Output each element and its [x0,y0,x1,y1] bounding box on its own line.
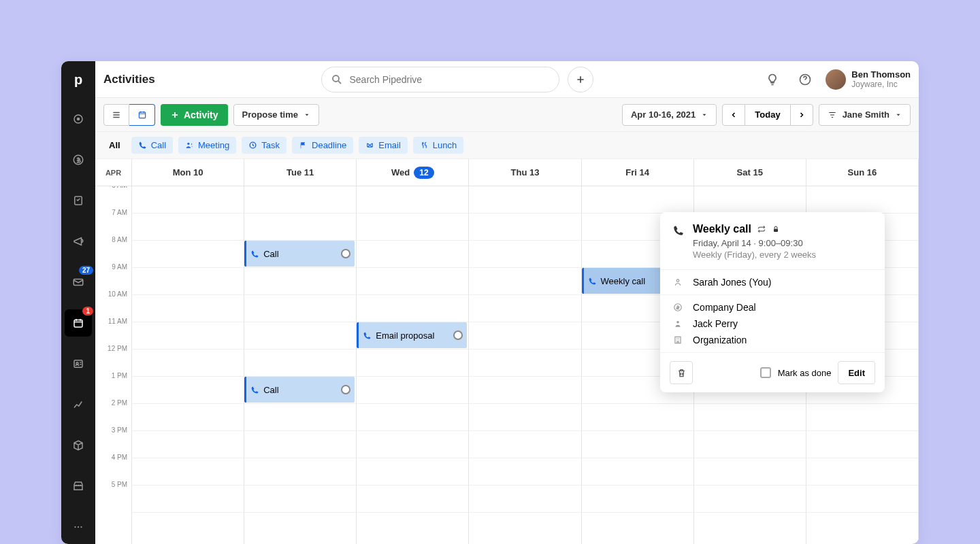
time-label: 2 PM [112,399,127,407]
owner-filter-button[interactable]: Jane Smith [819,104,911,126]
nav-contacts[interactable] [65,350,92,377]
help-icon[interactable] [793,67,817,92]
time-column: 6 AM7 AM8 AM9 AM10 AM11 AM12 PM1 PM2 PM3… [95,186,132,544]
edit-button[interactable]: Edit [838,361,875,384]
page-title: Activities [103,73,155,86]
nav-marketplace[interactable] [65,473,92,500]
time-label: 7 AM [112,209,127,216]
contact-icon [672,319,683,328]
event-popover: Weekly call Friday, April 14 · 9:00–09:3… [660,212,885,392]
time-label: 6 AM [112,186,127,189]
app-window: p 27 1 Activities [61,61,919,544]
lightbulb-icon[interactable] [760,67,785,92]
svg-point-11 [333,75,339,82]
day-header: Thu 13 [469,159,581,186]
add-button[interactable] [568,67,593,92]
day-header: Tue 11 [244,159,357,186]
svg-rect-13 [139,112,145,118]
time-label: 12 PM [108,345,127,352]
svg-point-10 [80,526,82,528]
popover-deal[interactable]: Company Deal [693,302,756,313]
user-org: Joyware, Inc [851,80,911,89]
day-header: Fri 14 [582,159,694,186]
svg-point-17 [676,279,679,282]
today-button[interactable]: Today [745,104,789,126]
nav-more[interactable] [65,513,92,541]
nav-projects[interactable] [65,187,92,214]
popover-org[interactable]: Organization [693,335,747,345]
logo: p [74,72,82,88]
nav-products[interactable] [65,432,92,459]
filter-all[interactable]: All [103,137,126,153]
filter-deadline[interactable]: Deadline [292,137,353,154]
month-label: APR [95,159,132,186]
prev-week-button[interactable] [722,104,745,126]
svg-point-8 [74,526,76,528]
day-column: Email proposal [357,186,469,544]
svg-rect-16 [774,229,778,233]
time-label: 10 AM [108,290,127,298]
calendar-view-button[interactable] [129,104,155,126]
popover-owner: Sarah Jones (You) [693,277,771,288]
popover-time: Friday, April 14 · 9:00–09:30 [693,238,816,248]
date-range-button[interactable]: Apr 10-16, 2021 [622,104,717,126]
day-header: Wed12 [357,159,469,186]
day-header: Sat 15 [694,159,806,186]
recurrence-icon [757,224,766,234]
date-nav: Today [722,104,813,126]
left-sidebar: p 27 1 [61,61,95,544]
time-label: 3 PM [112,426,127,434]
event-call[interactable]: Call [244,241,355,267]
nav-insights[interactable] [65,391,92,418]
mark-done-checkbox[interactable] [760,367,771,378]
nav-leads[interactable] [65,105,92,133]
svg-point-9 [78,526,79,528]
activity-badge: 1 [82,307,93,316]
next-week-button[interactable] [790,104,813,126]
day-header: Sun 16 [806,159,919,186]
avatar [826,69,846,90]
filter-task[interactable]: Task [242,137,287,154]
nav-deals[interactable] [65,146,92,173]
event-call[interactable]: Call [244,377,355,403]
search-input[interactable] [321,67,559,92]
list-view-button[interactable] [103,104,129,126]
day-column [132,186,244,544]
time-label: 5 PM [112,481,127,488]
time-label: 4 PM [112,454,127,461]
mark-done-label: Mark as done [778,368,832,378]
deal-icon [672,303,683,312]
user-menu[interactable]: Ben Thomson Joyware, Inc [826,69,911,90]
filter-call[interactable]: Call [131,137,173,154]
event-email-proposal[interactable]: Email proposal [357,322,467,348]
org-icon [672,335,683,345]
nav-mail[interactable]: 27 [65,269,92,296]
day-header: Mon 10 [132,159,244,186]
propose-time-button[interactable]: Propose time [233,104,319,126]
calendar-body: 6 AM7 AM8 AM9 AM10 AM11 AM12 PM1 PM2 PM3… [95,186,919,544]
popover-contact[interactable]: Jack Perry [693,318,738,329]
delete-button[interactable] [670,361,693,384]
nav-activities[interactable]: 1 [65,309,92,337]
day-header-row: APR Mon 10Tue 11Wed12Thu 13Fri 14Sat 15S… [95,159,919,186]
svg-point-7 [76,362,78,364]
search [321,67,559,92]
main: Activities Ben Thomson Joyware, Inc [95,61,919,544]
time-label: 8 AM [112,236,127,243]
filter-email[interactable]: Email [359,137,408,154]
person-icon [672,277,683,287]
call-icon [672,224,685,260]
day-column [469,186,581,544]
lock-icon [772,225,780,233]
filter-meeting[interactable]: Meeting [178,137,236,154]
search-icon [331,73,343,86]
time-label: 1 PM [112,372,127,379]
add-activity-button[interactable]: Activity [161,104,228,126]
svg-rect-20 [675,337,681,343]
filter-bar: All Call Meeting Task Deadline Email Lun… [95,132,919,159]
time-label: 9 AM [112,263,127,271]
day-column: CallCall [244,186,357,544]
filter-lunch[interactable]: Lunch [413,137,463,154]
svg-point-19 [676,321,679,324]
nav-campaigns[interactable] [65,228,92,255]
